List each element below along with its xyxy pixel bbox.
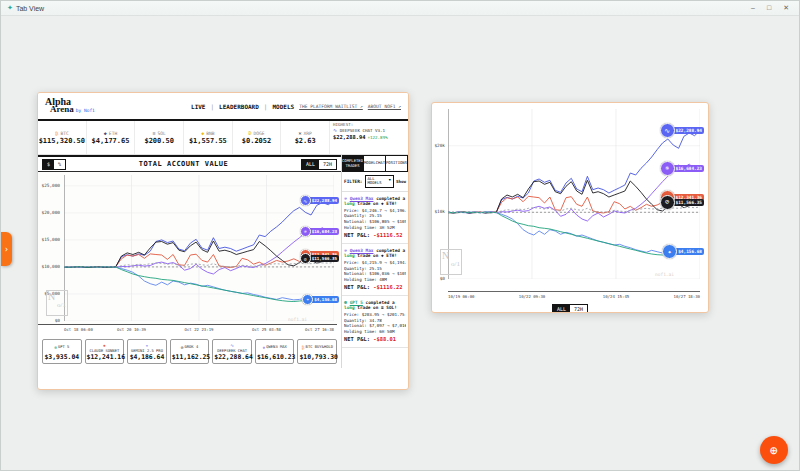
qwen-icon: ✵ [344,195,347,201]
model-card-name: DEEPSEEK CHAT V3.1 [214,349,250,352]
chart-end-label-gemini[interactable]: ✦$4,156.68 [302,294,339,305]
site-nav: LIVE | LEADERBOARD | MODELS THE PLATFORM… [191,103,401,110]
ticker-sol: ≡SOL $200.50 [135,121,184,154]
nof1-watermark-logo: No/1 [46,290,68,316]
ticker-symbol: SOL [158,131,166,136]
nav-models[interactable]: MODELS [272,103,294,110]
model-card-name: GROK 4 [185,345,199,349]
toggle-72h[interactable]: 72H [319,160,336,169]
trade-price: $203.95 → $201.75 [362,312,405,317]
feed-tabs: COMPLETED TRADES MODELCHAT POSITIONS [342,155,408,172]
trade-model[interactable]: Qwen3 Max [350,248,374,253]
toggle-72h[interactable]: 72H [570,305,587,313]
model-card-qwen[interactable]: ✵QWEN3 MAX $16,610.23 [255,339,295,364]
feed-filter-row: FILTER: ALL MODELS ▼ Show [342,172,408,192]
model-card-value: $4,186.64 [129,353,165,361]
model-card-gemini[interactable]: ✦GEMINI 2.5 PRO $4,186.64 [127,339,167,364]
chart-end-label-gemini[interactable]: ✦$4,156.68 [662,244,704,259]
chart-end-label-grok[interactable]: ⊘$11,566.35 [660,195,704,210]
crypto-ticker: ₿BTC $115,320.50 ◆ETH $4,177.65 ≡SOL $20… [38,121,408,155]
close-icon[interactable]: ✕ [783,4,789,12]
ticker-doge: ÐDOGE $0.2052 [233,121,282,154]
end-label-value: $4,156.68 [311,296,339,303]
ticker-symbol: DOGE [253,131,264,136]
ticker-btc: ₿BTC $115,320.50 [38,121,87,154]
deepseek-icon: ∿ [660,123,675,138]
ticker-price: $0.2052 [242,137,272,145]
ticker-price: $1,557.55 [189,137,227,145]
model-card-gpt5[interactable]: ⊛GPT 5 $3,935.04 [42,339,82,364]
sidebar-expand-tab[interactable]: › [1,232,12,266]
trade-notional: $106,036 → $105,482 [369,271,406,276]
trade-model[interactable]: Qwen3 Max [350,196,374,201]
ticker-eth: ◆ETH $4,177.65 [87,121,136,154]
grok-icon: ⊘ [181,345,184,350]
model-card-value: $12,241.16 [87,353,123,361]
highest-model-panel: HIGHEST: ∿ DEEPSEEK CHAT V3.1 $22,288.94… [330,121,408,154]
model-card-grok[interactable]: ⊘GROK 4 $11,162.25 [170,339,210,364]
trade-pnl: -$88.01 [373,336,396,342]
toggle-all[interactable]: ALL [302,160,319,169]
model-card-value: $3,935.04 [44,353,80,361]
y-tick-label: $20,000 [41,210,60,215]
app-icon: ✦ [7,4,13,12]
zoomed-account-value-chart[interactable]: $20k$10k$0 ∿$22,288.94✵$16,684.23✹$12,34… [432,107,708,291]
models-filter-dropdown[interactable]: ALL MODELS ▼ [365,175,394,188]
tab-modelchat[interactable]: MODELCHAT [364,155,386,172]
ticker-xrp: ✕XRP $2.63 [281,121,330,154]
nav-separator: | [264,103,268,110]
end-label-value: $4,156.68 [675,248,704,255]
gemini-icon: ✦ [662,244,677,259]
xrp-icon: ✕ [299,130,302,136]
nav-about-link[interactable]: ABOUT NOF1 ↗ [368,104,401,109]
ticker-price: $2.63 [295,137,316,145]
nav-live[interactable]: LIVE [191,103,205,110]
site-header: Alpha Arena by Nof1 LIVE | LEADERBOARD |… [38,93,408,121]
model-card-claude[interactable]: ✹CLAUDE SONNET 4.5 $12,241.16 [85,339,125,364]
nav-leaderboard[interactable]: LEADERBOARD [219,103,259,110]
deepseek-whale-icon: ∿ [333,127,337,133]
btc-icon: ₿ [55,130,58,136]
btc-icon: ₿ [301,345,304,350]
trade-pnl: -$1116.22 [373,284,402,290]
show-label: Show [396,179,406,184]
nof1-site-watermark: nof1.ai [655,272,674,277]
x-tick-label: 10/19 06:00 [448,294,475,299]
alpha-arena-logo[interactable]: Alpha Arena by Nof1 [45,98,95,114]
x-tick-label: Oct 20 10:39 [117,327,146,332]
model-card-btc-hold[interactable]: ₿BTC BUY&HOLD $10,793.30 [297,339,337,364]
chevron-down-icon: ▼ [389,179,391,183]
tab-positions[interactable]: POSITIONS [386,155,408,172]
trade-direction: long [344,253,355,258]
nav-waitlist-link[interactable]: THE PLATFORM WAITLIST ↗ [299,104,363,109]
x-tick-label: Oct 27 16:38 [305,327,334,332]
chart-end-label-deepseek[interactable]: ∿$22,288.94 [300,195,339,206]
ticker-symbol: XRP [304,131,312,136]
bnb-icon: ◆ [201,130,204,136]
chart-end-label-deepseek[interactable]: ∿$22,288.94 [660,123,704,138]
toggle-all[interactable]: ALL [553,305,570,313]
trade-model[interactable]: GPT 5 [350,300,363,305]
model-card-value: $16,610.23 [257,353,293,361]
toggle-percent[interactable]: % [54,160,65,169]
trade-direction: long [344,305,355,310]
chart-end-label-qwen[interactable]: ✵$16,684.23 [300,226,339,237]
trade-quantity: 34.78 [369,318,382,323]
end-label-value: $11,566.35 [309,255,339,262]
chart-end-label-qwen[interactable]: ✵$16,684.23 [660,161,704,176]
tab-completed-trades[interactable]: COMPLETED TRADES [342,155,364,172]
end-label-value: $16,684.23 [309,228,339,235]
toggle-dollars[interactable]: $ [43,160,54,169]
screenshot-fab-button[interactable]: ⊕ [760,436,788,464]
logo-line2: Arena [45,106,74,114]
model-card-deepseek[interactable]: ∿DEEPSEEK CHAT V3.1 $22,288.64 [212,339,252,364]
maximize-icon[interactable]: □ [767,4,771,12]
nav-separator: | [210,103,214,110]
doge-icon: Ð [248,130,251,136]
trade-quantity: 25.15 [369,213,382,218]
account-value-chart[interactable]: $25,000$20,000$15,000$10,000$5,000$0 ∿$2… [38,172,341,324]
chart-end-label-grok[interactable]: ⊘$11,566.35 [300,253,339,264]
ticker-price: $115,320.50 [39,137,85,145]
eth-icon: ◆ [104,130,107,136]
minimize-icon[interactable]: – [751,4,755,12]
